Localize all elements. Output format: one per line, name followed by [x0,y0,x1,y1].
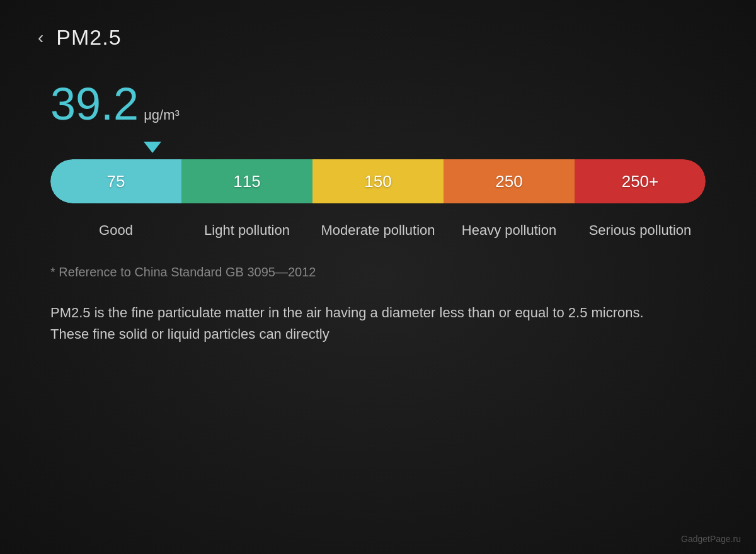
label-good: Good [50,221,181,240]
label-serious: Serious pollution [575,221,706,240]
label-moderate: Moderate pollution [312,221,444,240]
main-content: 39.2 μg/m³ 75 115 150 250 250+ [38,81,718,345]
bar-segment-good: 75 [50,159,181,203]
bar-segment-light: 115 [181,159,312,203]
page-title: PM2.5 [56,25,121,50]
reference-text: * Reference to China Standard GB 3095—20… [50,265,706,280]
labels-row: Good Light pollution Moderate pollution … [50,221,706,240]
color-bar: 75 115 150 250 250+ [50,159,706,203]
watermark: GadgetPage.ru [681,534,741,544]
back-icon[interactable]: ‹ [38,28,43,48]
pm-value: 39.2 [50,81,139,127]
page-wrapper: ‹ PM2.5 39.2 μg/m³ 75 115 150 [0,0,756,370]
header: ‹ PM2.5 [38,25,718,50]
pm-unit: μg/m³ [144,107,180,123]
indicator-row [50,139,706,159]
description-text: PM2.5 is the fine particulate matter in … [50,302,680,345]
bar-segment-moderate: 150 [312,159,444,203]
bar-segment-heavy: 250 [444,159,575,203]
bar-segment-serious: 250+ [575,159,706,203]
value-section: 39.2 μg/m³ [50,81,706,127]
label-light: Light pollution [181,221,312,240]
indicator-arrow [144,142,161,153]
label-heavy: Heavy pollution [444,221,575,240]
value-display: 39.2 μg/m³ [50,81,706,127]
